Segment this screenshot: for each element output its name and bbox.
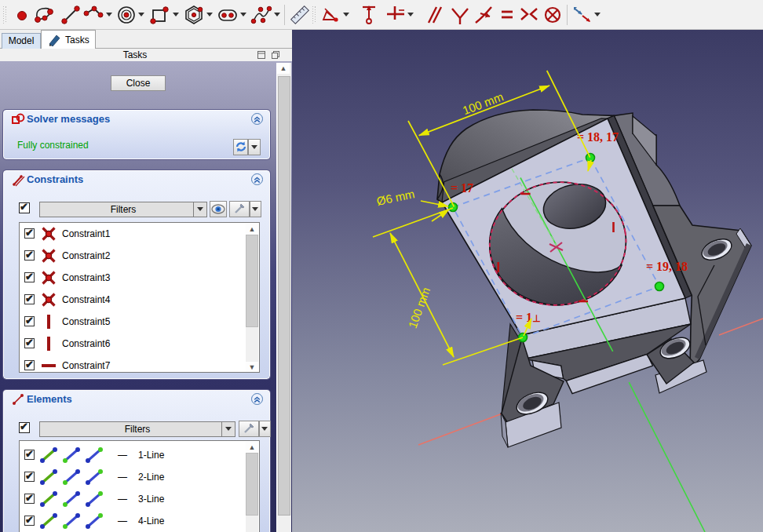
svg-text:= 17: = 17: [451, 181, 473, 195]
svg-text:= 18, 17: = 18, 17: [577, 130, 619, 144]
svg-text:100 mm: 100 mm: [461, 89, 506, 117]
svg-text:= 1⊥: = 1⊥: [516, 311, 541, 324]
svg-text:= 19, 18: = 19, 18: [646, 260, 688, 273]
svg-text:Ø6 mm: Ø6 mm: [375, 187, 416, 208]
